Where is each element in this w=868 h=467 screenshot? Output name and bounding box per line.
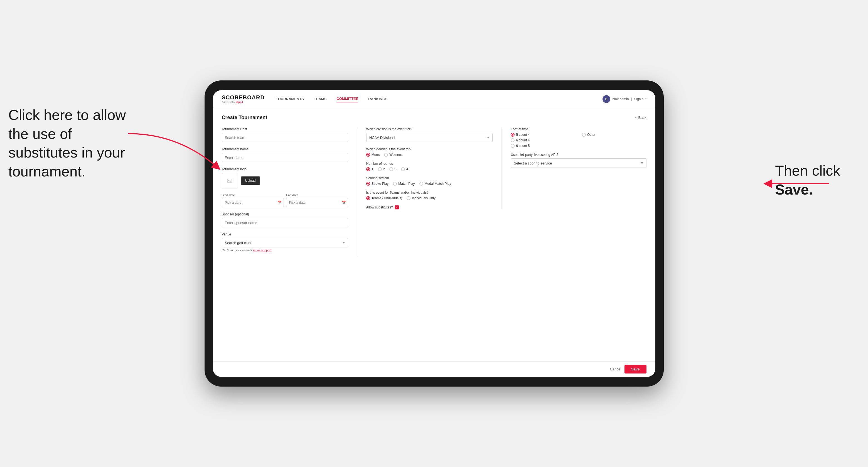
radio-individuals-circle [407, 196, 410, 200]
cancel-button[interactable]: Cancel [610, 367, 621, 371]
tournament-host-input[interactable] [222, 133, 348, 142]
radio-teams-circle [366, 196, 370, 200]
page-title: Create Tournament [222, 115, 268, 121]
nav-right: B blair admin | Sign out [602, 95, 647, 103]
substitutes-label: Allow substitutes? [366, 206, 393, 209]
nav-rankings[interactable]: RANKINGS [368, 96, 388, 102]
division-label: Which division is the event for? [366, 127, 493, 131]
sign-out-link[interactable]: Sign out [634, 97, 646, 101]
radio-4-circle [401, 167, 405, 171]
logo-upload-area: Upload [222, 173, 348, 188]
nav-links: TOURNAMENTS TEAMS COMMITTEE RANKINGS [276, 95, 388, 102]
format-type-label: Format type [511, 127, 646, 131]
upload-button[interactable]: Upload [241, 177, 260, 185]
annotation-right: Then click Save. [775, 161, 840, 199]
sponsor-label: Sponsor (optional) [222, 212, 348, 216]
division-group: Which division is the event for? NCAA Di… [366, 127, 493, 142]
gender-womens[interactable]: Womens [384, 153, 402, 157]
radio-1-circle [366, 167, 370, 171]
tournament-logo-label: Tournament logo [222, 167, 348, 171]
logo-area: SCOREBOARD Powered by clippd [222, 94, 265, 103]
scoring-stroke[interactable]: Stroke Play [366, 182, 389, 186]
logo-scoreboard: SCOREBOARD [222, 94, 265, 101]
individuals-only[interactable]: Individuals Only [407, 196, 436, 200]
radio-6count4-circle [511, 138, 515, 142]
gender-mens[interactable]: Mens [366, 153, 380, 157]
radio-3-circle [389, 167, 393, 171]
image-icon [227, 178, 232, 183]
substitutes-checkbox[interactable]: ✓ [395, 205, 399, 210]
radio-mens-circle [366, 153, 370, 157]
save-button[interactable]: Save [624, 365, 646, 373]
back-link[interactable]: Back [635, 116, 646, 120]
format-6count4[interactable]: 6 count 4 [511, 138, 575, 142]
navbar: SCOREBOARD Powered by clippd TOURNAMENTS… [213, 90, 655, 108]
teams-label: Is this event for Teams and/or Individua… [366, 191, 493, 194]
rounds-2[interactable]: 2 [378, 167, 385, 171]
radio-2-circle [378, 167, 382, 171]
rounds-4[interactable]: 4 [401, 167, 408, 171]
logo-powered: Powered by clippd [222, 101, 265, 103]
rounds-radio-group: 1 2 3 4 [366, 167, 493, 171]
end-date-wrap: 📅 [286, 198, 348, 207]
tournament-name-label: Tournament name [222, 147, 348, 151]
format-type-group: Format type 5 count 4 Other [511, 127, 646, 148]
sponsor-input[interactable] [222, 218, 348, 227]
gender-group: Which gender is the event for? Mens Wome… [366, 147, 493, 157]
venue-group: Venue Search golf club Can't find your v… [222, 232, 348, 252]
nav-committee[interactable]: COMMITTEE [337, 95, 358, 102]
calendar-icon: 📅 [277, 201, 282, 205]
venue-note: Can't find your venue? email support [222, 249, 348, 252]
tournament-logo-group: Tournament logo Upload [222, 167, 348, 188]
annotation-left: Click here to allow the use of substitut… [8, 106, 131, 181]
end-date-group: End date 📅 [286, 193, 348, 207]
scoring-api-select[interactable]: Select a scoring service [511, 158, 646, 168]
venue-select[interactable]: Search golf club [222, 238, 348, 247]
end-date-input[interactable] [286, 198, 348, 207]
radio-match-circle [393, 182, 397, 186]
date-row: Start date 📅 End date 📅 [222, 193, 348, 207]
calendar-icon-2: 📅 [342, 201, 346, 205]
radio-womens-circle [384, 153, 388, 157]
start-date-label: Start date [222, 193, 284, 197]
form-col-2: Which division is the event for? NCAA Di… [366, 127, 502, 210]
scoring-radio-group: Stroke Play Match Play Medal Match Play [366, 182, 493, 186]
form-col-1: Tournament Host Tournament name Tourname… [222, 127, 357, 257]
radio-6count5-circle [511, 144, 515, 148]
tournament-host-group: Tournament Host [222, 127, 348, 142]
sponsor-group: Sponsor (optional) [222, 212, 348, 227]
tablet-frame: SCOREBOARD Powered by clippd TOURNAMENTS… [205, 81, 664, 386]
avatar: B [602, 95, 610, 103]
start-date-input[interactable] [222, 198, 284, 207]
format-radio-group: 5 count 4 Other 6 count 4 [511, 133, 646, 148]
tournament-name-input[interactable] [222, 153, 348, 162]
nav-tournaments[interactable]: TOURNAMENTS [276, 96, 304, 102]
rounds-1[interactable]: 1 [366, 167, 373, 171]
teams-plus-individuals[interactable]: Teams (+Individuals) [366, 196, 402, 200]
gender-label: Which gender is the event for? [366, 147, 493, 151]
start-date-wrap: 📅 [222, 198, 284, 207]
email-support-link[interactable]: email support [253, 249, 271, 252]
page-content: Create Tournament Back Tournament Host T… [213, 108, 655, 377]
format-6count5[interactable]: 6 count 5 [511, 144, 575, 148]
footer-bar: Cancel Save [213, 361, 655, 377]
rounds-3[interactable]: 3 [389, 167, 397, 171]
format-5count4[interactable]: 5 count 4 [511, 133, 575, 137]
rounds-group: Number of rounds 1 2 [366, 162, 493, 171]
scoring-medal[interactable]: Medal Match Play [420, 182, 451, 186]
division-select[interactable]: NCAA Division I [366, 133, 493, 142]
form-columns: Tournament Host Tournament name Tourname… [222, 127, 647, 257]
format-other[interactable]: Other [582, 133, 647, 137]
page-header: Create Tournament Back [222, 115, 647, 121]
teams-radio-group: Teams (+Individuals) Individuals Only [366, 196, 493, 200]
radio-other-circle [582, 133, 586, 137]
gender-radio-group: Mens Womens [366, 153, 493, 157]
nav-teams[interactable]: TEAMS [314, 96, 327, 102]
start-date-group: Start date 📅 [222, 193, 284, 207]
venue-label: Venue [222, 232, 348, 236]
teams-group: Is this event for Teams and/or Individua… [366, 191, 493, 200]
substitutes-group: Allow substitutes? ✓ [366, 205, 493, 210]
scoring-group: Scoring system Stroke Play Match Play [366, 176, 493, 186]
scoring-match[interactable]: Match Play [393, 182, 415, 186]
tournament-name-group: Tournament name [222, 147, 348, 162]
